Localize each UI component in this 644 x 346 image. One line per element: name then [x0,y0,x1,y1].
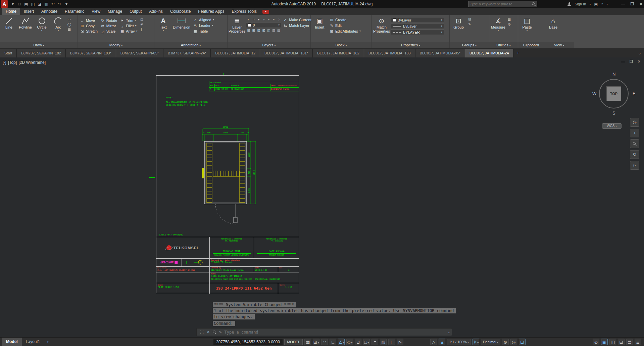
layer-tool-icon-4[interactable]: ⊠ [261,28,266,33]
create-block-button[interactable]: ⊞Create [328,17,362,23]
annotation-monitor-toggle[interactable]: ⊕ [502,339,509,345]
tab-jatimulia-182[interactable]: BLC017, JATIMULIA_182 [313,49,364,57]
autoscale-toggle[interactable]: ▲ [439,339,445,345]
panel-footer-properties[interactable]: Properties▾ [372,42,449,48]
view-control[interactable]: [Top] [8,60,17,65]
close-button[interactable]: ✕ [639,2,643,6]
object-color-dropdown[interactable]: ByLayer ▾ [391,17,444,23]
panel-footer-groups[interactable]: Groups▾ [450,42,489,48]
match-properties-button[interactable]: ⊙ Match Properties [373,16,390,42]
viewcube-top-face[interactable]: TOP [606,86,621,101]
group-button[interactable]: ⊡ Group [451,16,466,42]
layer-tool-icon-3[interactable]: ⊡ [256,28,261,33]
arc-button[interactable]: Arc ▾ [50,16,66,42]
compass-north[interactable]: N [612,72,615,77]
offset-tool-icon[interactable]: ∥ [139,27,144,32]
command-close-icon[interactable]: ✕ [207,330,210,334]
model-tab[interactable]: Model [2,338,22,346]
layer-state-icon-4[interactable]: ◑ [261,17,266,22]
minimize-button[interactable]: — [621,2,625,6]
panel-footer-view[interactable]: View▾ [544,42,574,48]
polyline-button[interactable]: Polyline [17,16,33,42]
explode-tool-icon[interactable]: ✳ [139,22,144,27]
visual-style-control[interactable]: [2D Wireframe] [18,60,46,65]
infocenter-search[interactable] [468,1,537,7]
help-icon[interactable]: ? [601,2,603,6]
tab-featured-apps[interactable]: Featured Apps [194,8,228,15]
tab-start[interactable]: Start [0,49,17,57]
app-store-icon[interactable]: ▣ [594,2,597,6]
tab-jatimulia-183[interactable]: BLC017, JATIMULIA_183 [364,49,415,57]
viewcube[interactable]: TOP N W E S [590,68,637,120]
new-drawing-tab-button[interactable]: + [513,49,522,57]
tab-jatimulia-12[interactable]: BLC017, JATIMULIA_12 [211,49,260,57]
command-input[interactable] [224,330,445,335]
command-grip-icon[interactable]: ⋮⋮ [199,330,204,334]
id-point-icon[interactable]: ⊙ [507,22,512,27]
help-caret-icon[interactable]: ▾ [606,3,608,6]
match-layer-button[interactable]: ⇆Match Layer [282,23,312,28]
tab-sekapin-05[interactable]: BJM737, SEKAPIN-05* [116,49,163,57]
make-current-button[interactable]: ✓Make Current [282,17,312,23]
panel-footer-annotation[interactable]: Annotation▾ [154,42,227,48]
tab-parametric[interactable]: Parametric [61,8,88,15]
layer-tool-icon-5[interactable]: ◫ [266,28,271,33]
tab-insert[interactable]: Insert [20,8,38,15]
layer-tool-icon-6[interactable]: ▥ [271,28,276,33]
restore-button[interactable]: ❐ [630,2,634,6]
panel-footer-modify[interactable]: Modify▾ [78,42,154,48]
drawing-area[interactable]: [-] [Top] [2D Wireframe] — ❐ ✕ TOP N W E… [0,57,644,337]
tab-addins[interactable]: Add-ins [145,8,166,15]
panel-footer-block[interactable]: Block▾ [311,42,371,48]
search-icon[interactable] [532,2,536,6]
compass-south[interactable]: S [612,111,615,116]
panel-footer-utilities[interactable]: Utilities▾ [489,42,518,48]
ungroup-icon[interactable]: ⊟ [467,17,472,22]
isolate-objects-button[interactable]: ⊘ [593,339,599,345]
circle-button[interactable]: Circle ▾ [34,16,50,42]
scale-button[interactable]: ◿Scale [99,29,118,34]
line-button[interactable]: Line [1,16,17,42]
panel-footer-layers[interactable]: Layers▾ [228,42,310,48]
customization-button[interactable]: ≣ [635,339,641,345]
tab-annotate[interactable]: Annotate [38,8,61,15]
orbit-icon[interactable]: ↻ [630,150,639,159]
layer-state-icon-1[interactable]: ◐ [246,17,251,22]
stretch-button[interactable]: ⇲Stretch [79,29,99,34]
full-navigation-wheel-icon[interactable]: ◎ [630,118,639,127]
polar-tracking-toggle[interactable]: ∠▾ [338,339,345,345]
signin-person-icon[interactable] [567,2,571,6]
command-search-icon[interactable] [212,330,216,334]
workspace-switching-button[interactable]: ✳▾ [473,339,479,345]
hatch-tool-icon[interactable]: ▦ [67,27,72,32]
infer-constraints-toggle[interactable]: ∷ [321,339,328,345]
transparency-toggle[interactable]: ▨ [380,339,387,345]
leader-button[interactable]: ↖Leader▾ [192,23,215,28]
qat-customize-icon[interactable]: ▾ [63,1,70,7]
edit-block-button[interactable]: ✎Edit [328,23,362,28]
layer-state-icon-7[interactable]: ◌ [276,17,281,22]
annotation-scale-button[interactable]: 1:1 / 100%▾ [447,339,471,345]
layer-state-icon-3[interactable]: ● [256,17,261,22]
tab-jatimulia-05[interactable]: BLC017, JATIMULIA-05* [415,49,465,57]
ellipse-tool-icon[interactable]: ◯ [67,22,72,27]
edit-attributes-button[interactable]: ⊟Edit Attributes▾ [328,29,362,34]
panel-footer-draw[interactable]: Draw▾ [0,42,78,48]
isodraft-toggle[interactable]: ◇▾ [346,339,353,345]
panel-footer-clipboard[interactable]: Clipboard [518,42,544,48]
new-layout-button[interactable]: + [44,339,51,344]
tab-output[interactable]: Output [126,8,145,15]
command-expand-icon[interactable]: ▴ [448,331,450,334]
erase-tool-icon[interactable]: ◻ [139,17,144,22]
doc-restore-button[interactable]: ❐ [630,59,633,64]
tab-overflow-icon[interactable]: ⌄ [638,49,641,57]
tab-sekapin-183[interactable]: BJM737, SEKAPIN_183* [66,49,116,57]
open-file-icon[interactable]: ▤ [23,1,30,7]
compass-east[interactable]: E [633,91,636,96]
lineweight-toggle[interactable]: ≡ [371,339,378,345]
ribbon-display-button[interactable]: ▾ [262,10,269,14]
insert-button[interactable]: ▣ Insert [312,16,328,42]
zoom-icon[interactable] [630,139,639,148]
annotation-visibility-toggle[interactable]: △ [430,339,437,345]
selection-cycling-toggle[interactable]: ⊦ [388,339,395,345]
